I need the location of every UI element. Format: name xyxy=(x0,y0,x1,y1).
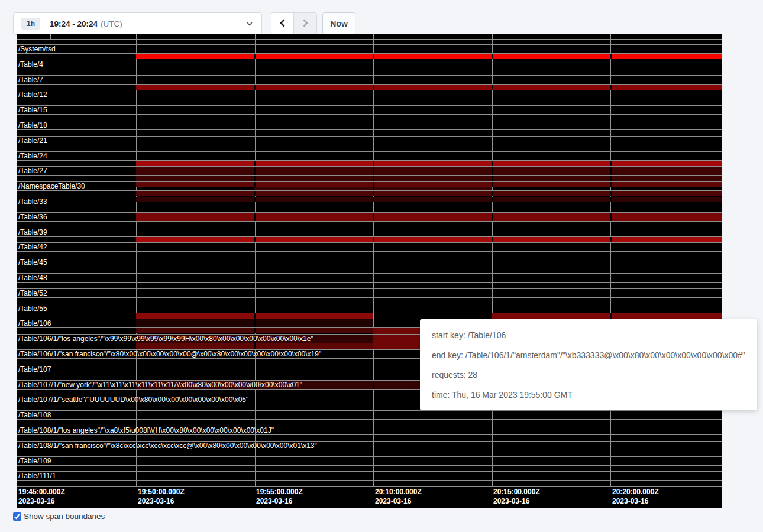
bucket-gap xyxy=(254,343,256,349)
time-tick-date: 2023-03-16 xyxy=(612,497,659,506)
grid-line-horizontal xyxy=(17,136,722,137)
heatmap-canvas[interactable]: /System/tsd/Table/4/Table/7/Table/12/Tab… xyxy=(17,34,722,508)
time-tick-date: 2023-03-16 xyxy=(138,497,185,506)
time-tick-date: 2023-03-16 xyxy=(493,497,540,506)
heat-band[interactable] xyxy=(136,160,722,166)
time-tick: 20:15:00.000Z2023-03-16 xyxy=(493,487,540,506)
bucket-gap xyxy=(610,190,612,196)
grid-line-horizontal xyxy=(17,69,722,69)
grid-line-horizontal xyxy=(17,288,722,289)
bucket-gap xyxy=(492,236,493,243)
bucket-gap xyxy=(610,313,612,319)
time-tick-time: 19:55:00.000Z xyxy=(256,487,303,497)
heat-band[interactable] xyxy=(136,166,722,175)
time-tick-time: 20:20:00.000Z xyxy=(612,487,659,497)
span-label: /Table/7 xyxy=(18,76,43,84)
bucket-gap xyxy=(610,197,612,202)
bucket-gap xyxy=(610,84,612,90)
span-label: /Table/106/1/"los angeles"/"\x99\x99\x99… xyxy=(18,335,313,343)
time-tick-time: 19:50:00.000Z xyxy=(138,487,185,497)
time-range-select[interactable]: 1h 19:24 - 20:24 (UTC) xyxy=(13,12,262,35)
grid-line-horizontal xyxy=(17,181,722,182)
bucket-gap xyxy=(492,175,493,181)
bucket-gap xyxy=(492,53,493,59)
chevron-down-icon xyxy=(246,20,253,27)
grid-line-horizontal xyxy=(17,251,722,252)
span-label: /Table/55 xyxy=(18,305,47,313)
show-span-boundaries-checkbox[interactable] xyxy=(13,512,21,521)
grid-line-horizontal xyxy=(17,53,722,54)
bucket-gap xyxy=(610,181,612,187)
grid-line-horizontal xyxy=(17,212,722,213)
span-label: /Table/24 xyxy=(18,153,47,160)
grid-line-horizontal xyxy=(17,90,722,90)
bucket-gap xyxy=(373,197,374,202)
next-time-button[interactable] xyxy=(294,13,316,34)
span-label: /System/tsd xyxy=(18,46,56,53)
bucket-gap xyxy=(254,319,256,327)
key-visualizer: /System/tsd/Table/4/Table/7/Table/12/Tab… xyxy=(17,34,722,508)
heat-band[interactable] xyxy=(136,84,722,90)
span-label: /Table/45 xyxy=(18,259,47,267)
grid-line-horizontal xyxy=(17,166,722,167)
grid-line-horizontal xyxy=(17,313,722,313)
bucket-gap xyxy=(610,175,612,181)
span-label: /Table/107/1/"new york"/"\x11\x11\x11\x1… xyxy=(18,381,302,389)
span-label: /Table/12 xyxy=(18,91,47,99)
time-tick: 20:10:00.000Z2023-03-16 xyxy=(375,487,422,506)
bucket-gap xyxy=(254,313,256,319)
time-tick-time: 20:15:00.000Z xyxy=(493,487,540,497)
bucket-gap xyxy=(254,160,256,166)
bucket-gap xyxy=(373,175,374,181)
heat-band[interactable] xyxy=(136,190,722,196)
grid-line-horizontal xyxy=(17,419,722,420)
now-button[interactable]: Now xyxy=(322,12,355,35)
bucket-gap xyxy=(373,84,374,90)
grid-line-horizontal xyxy=(17,297,722,298)
time-tick-date: 2023-03-16 xyxy=(256,497,303,506)
time-tick-date: 2023-03-16 xyxy=(375,497,422,506)
heat-band[interactable] xyxy=(492,313,722,319)
grid-line-horizontal xyxy=(17,44,722,45)
grid-line-horizontal xyxy=(17,410,722,411)
grid-line-horizontal xyxy=(17,304,722,304)
grid-line-horizontal xyxy=(17,471,722,472)
grid-line-horizontal xyxy=(17,434,722,435)
span-label: /Table/106/1/"san francisco"/"\x80\x00\x… xyxy=(18,351,321,358)
grid-line-horizontal xyxy=(17,221,722,222)
heat-band[interactable] xyxy=(136,175,722,181)
bucket-gap xyxy=(373,190,374,196)
span-label: /Table/15 xyxy=(18,106,47,114)
span-label: /Table/33 xyxy=(18,198,47,206)
prev-time-button[interactable] xyxy=(271,13,294,34)
heat-band[interactable] xyxy=(136,53,722,59)
bucket-gap xyxy=(254,84,256,90)
grid-line-horizontal xyxy=(17,258,722,258)
grid-line-horizontal xyxy=(17,480,722,481)
grid-line-horizontal xyxy=(17,175,722,176)
duration-badge: 1h xyxy=(21,18,40,30)
time-tick: 19:50:00.000Z2023-03-16 xyxy=(138,487,185,506)
bucket-gap xyxy=(492,84,493,90)
bucket-gap xyxy=(610,166,612,175)
tooltip-requests: requests: 28 xyxy=(432,365,745,385)
grid-line-horizontal xyxy=(17,121,722,121)
grid-line-horizontal xyxy=(17,197,722,197)
bucket-gap xyxy=(254,181,256,187)
heat-band[interactable] xyxy=(136,236,722,243)
tooltip-start-key: start key: /Table/106 xyxy=(432,326,745,346)
grid-line-horizontal xyxy=(17,114,722,115)
span-label: /NamespaceTable/30 xyxy=(18,183,85,190)
span-label: /Table/42 xyxy=(18,244,47,251)
grid-line-horizontal xyxy=(17,129,722,130)
bucket-gap xyxy=(373,166,374,175)
span-label: /Table/52 xyxy=(18,290,47,297)
span-label: /Table/107 xyxy=(18,366,51,374)
grid-line-horizontal xyxy=(17,206,722,206)
time-range-utc-suffix: (UTC) xyxy=(101,20,122,28)
grid-line-horizontal xyxy=(17,84,722,85)
heat-band[interactable] xyxy=(136,197,722,202)
grid-line-horizontal xyxy=(17,282,722,283)
grid-line-horizontal xyxy=(17,190,722,191)
bucket-gap xyxy=(254,197,256,202)
